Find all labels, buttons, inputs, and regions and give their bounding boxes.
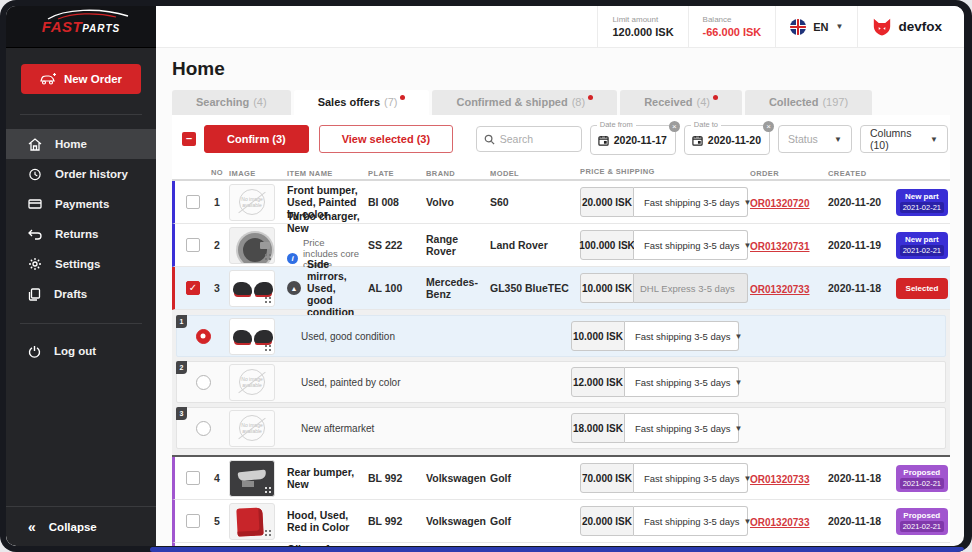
balance: Balance -66.000 ISK: [688, 6, 776, 47]
row-checkbox[interactable]: [186, 514, 200, 528]
date-to-label: Date to: [691, 120, 721, 129]
option-radio[interactable]: [196, 421, 211, 436]
tab-label: Collected: [769, 96, 819, 108]
badge-date: 2021-02-21: [900, 245, 944, 256]
tab-confirmed-shipped[interactable]: Confirmed & shipped(8): [432, 90, 617, 115]
orders-table: NO IMAGE ITEM NAME PLATE BRAND MODEL PRI…: [172, 163, 950, 546]
option-image-placeholder[interactable]: No image available: [229, 364, 275, 401]
sidebar-item-payments[interactable]: Payments: [6, 189, 156, 219]
chevron-down-icon: ▼: [735, 424, 743, 433]
no-image-text: No image available: [240, 422, 264, 435]
language-code: EN: [813, 21, 828, 33]
option-name: New aftermarket: [287, 423, 571, 434]
status-select[interactable]: Status ▼: [778, 125, 852, 153]
search-input[interactable]: [500, 133, 570, 145]
search-icon: [484, 134, 495, 145]
model: S60: [490, 196, 580, 208]
logout-label: Log out: [54, 345, 96, 357]
tab-searching[interactable]: Searching(4): [172, 90, 291, 115]
option-radio[interactable]: [196, 329, 211, 344]
fox-icon: [872, 18, 892, 36]
order-link[interactable]: OR01320733: [750, 474, 810, 485]
sidebar-item-drafts[interactable]: Drafts: [6, 279, 156, 309]
option-radio[interactable]: [196, 375, 211, 390]
shipping-select[interactable]: Fast shipping 3-5 days ▼: [634, 187, 748, 217]
shipping-select[interactable]: Fast shipping 3-5 days ▼: [625, 413, 739, 443]
row-checkbox[interactable]: [186, 195, 200, 209]
toolbar: – Confirm (3) View selected (3) Date fro…: [172, 115, 950, 163]
item-image[interactable]: [229, 227, 275, 264]
shipping-select[interactable]: Fast shipping 3-5 days ▼: [634, 463, 748, 493]
calendar-icon: [692, 135, 703, 146]
columns-value: Columns (10): [870, 127, 922, 151]
model: Land Rover: [490, 239, 580, 251]
model: GL350 BlueTEC: [490, 282, 580, 294]
view-selected-button[interactable]: View selected (3): [319, 125, 453, 153]
date-to-field[interactable]: Date to 2020-11-20 ×: [684, 125, 770, 155]
new-order-button[interactable]: New Order: [21, 64, 141, 94]
columns-select[interactable]: Columns (10) ▼: [860, 125, 948, 153]
sidebar-item-label: Order history: [55, 168, 128, 180]
sidebar-item-home[interactable]: Home: [6, 129, 156, 159]
shipping-value: Fast shipping 3-5 days: [644, 516, 740, 527]
tab-collected[interactable]: Collected(197): [745, 90, 872, 115]
devfox-brand-name: devfox: [898, 19, 942, 34]
table-header: NO IMAGE ITEM NAME PLATE BRAND MODEL PRI…: [172, 163, 950, 181]
balance-value: -66.000 ISK: [703, 26, 762, 38]
row-checkbox[interactable]: ✓: [186, 281, 200, 295]
collapse-options-icon[interactable]: ▲: [287, 281, 301, 295]
order-link[interactable]: OR01320733: [750, 284, 810, 295]
col-header-brand: BRAND: [426, 169, 455, 178]
app: FAST PARTS New Order Home Order history: [6, 6, 964, 546]
horizontal-scrollbar[interactable]: [150, 547, 964, 552]
table-row: 5 Hood, Used, Red in Color BL 992 Volksw…: [172, 500, 950, 543]
item-name: Turbo charger, New: [287, 210, 362, 234]
order-link[interactable]: OR01320720: [750, 198, 810, 209]
badge-date: 2021-02-21: [900, 478, 944, 489]
drafts-icon: [28, 288, 41, 301]
logout-button[interactable]: Log out: [6, 336, 156, 366]
item-image[interactable]: [229, 503, 275, 540]
notification-dot: [400, 95, 405, 100]
sidebar-item-returns[interactable]: Returns: [6, 219, 156, 249]
shipping-select[interactable]: Fast shipping 3-5 days ▼: [625, 367, 739, 397]
shipping-select[interactable]: Fast shipping 3-5 days ▼: [634, 506, 748, 536]
badge-date: 2021-02-21: [900, 521, 944, 532]
item-name: Side mirrors, Used, good condition: [307, 258, 362, 318]
item-image[interactable]: [229, 460, 275, 497]
row-checkbox[interactable]: [186, 238, 200, 252]
item-name: Rear bumper, New: [287, 466, 362, 490]
sidebar-item-order-history[interactable]: Order history: [6, 159, 156, 189]
shipping-value: Fast shipping 3-5 days: [644, 240, 740, 251]
tab-sales-offers[interactable]: Sales offers(7): [294, 90, 430, 115]
tab-received[interactable]: Received(4): [620, 90, 742, 115]
date-from-field[interactable]: Date from 2020-11-17 ×: [590, 125, 676, 155]
badge-status: New part: [905, 235, 939, 244]
search-box[interactable]: [476, 126, 582, 152]
item-image-placeholder[interactable]: No image available: [229, 184, 275, 221]
order-link[interactable]: OR01320731: [750, 241, 810, 252]
option-image[interactable]: [229, 318, 275, 355]
clear-date-to-icon[interactable]: ×: [763, 121, 774, 132]
sidebar-item-settings[interactable]: Settings: [6, 249, 156, 279]
plate: SS 222: [368, 239, 426, 251]
select-all-checkbox[interactable]: –: [182, 132, 196, 146]
option-image-placeholder[interactable]: No image available: [229, 410, 275, 447]
confirm-button[interactable]: Confirm (3): [204, 125, 309, 153]
clear-date-from-icon[interactable]: ×: [669, 121, 680, 132]
plate: AL 100: [368, 282, 426, 294]
shipping-select[interactable]: Fast shipping 3-5 days ▼: [634, 230, 748, 260]
option-row: 1 Used, good condition 10.000 ISK Fast s…: [176, 315, 946, 357]
language-switcher[interactable]: EN ▼: [775, 6, 857, 47]
order-link[interactable]: OR01320733: [750, 517, 810, 528]
collapse-sidebar-button[interactable]: « Collapse: [6, 506, 156, 546]
shipping-select[interactable]: Fast shipping 3-5 days ▼: [625, 321, 739, 351]
drag-handle-icon: [264, 344, 271, 351]
option-row: 2 No image available Used, painted by co…: [176, 361, 946, 403]
option-number-tag: 3: [176, 407, 187, 420]
item-image[interactable]: [229, 270, 275, 307]
shipping-select-disabled: DHL Express 3-5 days: [634, 273, 748, 303]
price: 70.000 ISK: [580, 463, 634, 493]
row-checkbox[interactable]: [186, 471, 200, 485]
col-header-price-shipping: PRICE & SHIPPING: [580, 167, 655, 176]
